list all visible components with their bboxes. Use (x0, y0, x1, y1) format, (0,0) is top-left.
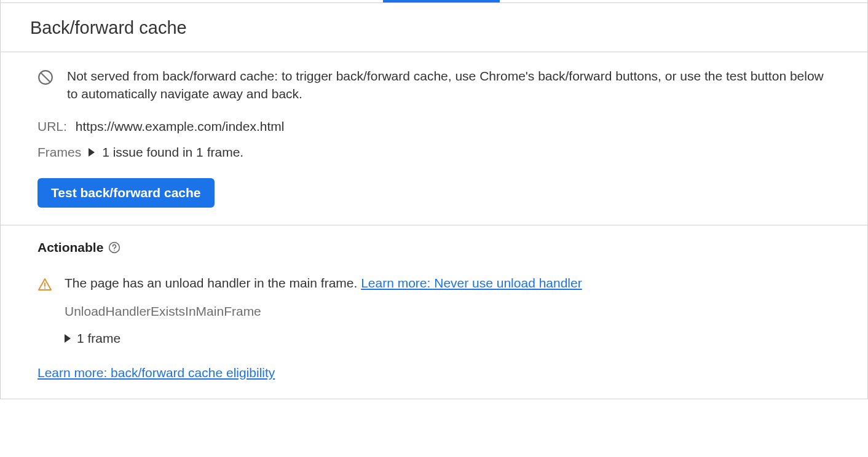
svg-line-1 (41, 72, 50, 82)
actionable-heading-row: Actionable (37, 240, 120, 255)
test-bfcache-button[interactable]: Test back/forward cache (37, 178, 215, 208)
svg-point-5 (44, 287, 45, 289)
svg-point-3 (114, 250, 116, 251)
frames-row[interactable]: Frames 1 issue found in 1 frame. (37, 145, 831, 160)
eligibility-link[interactable]: Learn more: back/forward cache eligibili… (37, 365, 275, 380)
chevron-right-icon (89, 148, 95, 157)
frame-count: 1 frame (77, 331, 120, 346)
panel-header: Back/forward cache (1, 3, 867, 52)
panel-title: Back/forward cache (30, 18, 838, 38)
issue-row: The page has an unload handler in the ma… (37, 276, 831, 292)
bfcache-panel: Back/forward cache Not served from back/… (0, 0, 868, 399)
frame-count-row[interactable]: 1 frame (65, 331, 831, 346)
url-row: URL: https://www.example.com/index.html (37, 119, 831, 134)
issue-text-container: The page has an unload handler in the ma… (65, 276, 582, 291)
frames-label: Frames (37, 145, 81, 160)
issue-description: The page has an unload handler in the ma… (65, 276, 361, 290)
frames-summary: 1 issue found in 1 frame. (102, 145, 243, 160)
issue-code: UnloadHandlerExistsInMainFrame (65, 304, 831, 319)
status-message: Not served from back/forward cache: to t… (67, 67, 831, 103)
actionable-section: Actionable The page has an unload handle… (1, 225, 867, 399)
warning-icon (37, 277, 52, 292)
url-value: https://www.example.com/index.html (76, 119, 285, 134)
status-row: Not served from back/forward cache: to t… (37, 67, 831, 103)
unload-handler-link[interactable]: Learn more: Never use unload handler (361, 276, 582, 290)
blocked-icon (37, 69, 53, 85)
url-label: URL: (37, 119, 67, 134)
info-section: Not served from back/forward cache: to t… (1, 52, 867, 225)
actionable-heading: Actionable (37, 240, 103, 255)
chevron-right-icon (65, 334, 71, 343)
help-icon[interactable] (108, 241, 120, 254)
